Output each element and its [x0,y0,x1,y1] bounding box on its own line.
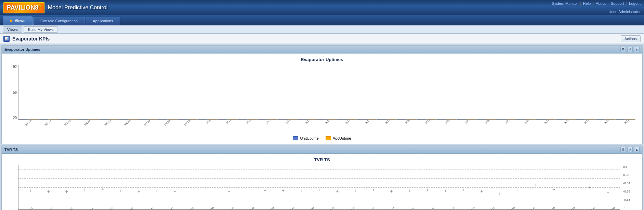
tab-views[interactable]: ▶ Views [3,16,33,25]
x-axis-label: 3/20 [399,120,422,133]
system-monitor-link[interactable]: System Monitor [552,1,578,5]
sub-tab-build-my-views[interactable]: Build My Views [24,26,58,33]
evaporator-settings-btn[interactable]: ⚙ [620,47,626,52]
legend-unit-uptime: UnitUptime [293,136,318,140]
user-info: User: Administrator [608,10,641,14]
bar-orange [88,119,98,119]
help-link[interactable]: Help [583,1,591,5]
cross-mark: + [191,187,194,192]
bar-group [38,119,58,119]
bar-orange [526,119,536,119]
cross-mark: + [264,188,266,193]
bar-orange [68,119,78,119]
evaporator-uptimes-panel: Evaporator Uptimes ⚙ ↗ ▲ Evaporator Upti… [1,45,643,144]
x-axis-label: 3/6 23:59 [121,120,143,133]
bar-blue [496,119,506,119]
bar-group [377,119,396,119]
cross-mark: + [119,188,122,193]
x-axis-label: 3/8 23:59 [161,120,184,133]
bar-blue [377,119,387,119]
page-title-bar: 📊 Evaporator KPIs Actions [0,34,644,44]
cross-mark: + [210,188,212,193]
cross-mark: + [336,189,339,194]
bar-orange [208,119,217,119]
bar-blue [39,119,48,119]
bar-orange [29,119,38,119]
main-tab-bar: ▶ Views Console Configuration Applicatio… [0,15,644,25]
bar-blue [337,119,347,119]
cross-mark: + [318,187,320,192]
bar-chart-inner [18,65,635,120]
bar-group [118,119,138,119]
bar-orange [407,119,416,119]
x-axis-label: 3/23 [459,120,482,133]
bar-group [417,119,437,119]
bar-orange [248,119,257,119]
tab-console-configuration[interactable]: Console Configuration [33,17,85,25]
bar-group [536,119,556,119]
bar-group [257,119,277,119]
bar-group [237,119,257,119]
evaporator-collapse-btn[interactable]: ▲ [634,47,640,52]
bar-blue [118,119,128,119]
tvr-collapse-btn[interactable]: ▲ [634,147,640,152]
page-icon: 📊 [3,36,10,42]
top-nav-links: System Monitor | Help | About | Support … [552,1,641,5]
tvr-expand-btn[interactable]: ↗ [627,147,633,152]
tvr-chart-container: TVR TS +++++++++++++++++++++++++++++++++… [2,154,642,210]
cross-mark: + [589,185,591,190]
tvr-settings-btn[interactable]: ⚙ [620,147,626,152]
x-axis-label: 3/14 [280,120,303,133]
cross-mark: + [444,188,447,193]
x-axis-label: 3/25 [499,120,522,133]
bar-group [337,119,357,119]
x-axis-label: 3/28 [559,120,582,133]
x-axis-label: 3/9 23:59 [180,120,203,133]
logout-link[interactable]: Logout [629,1,641,5]
bar-group [616,119,635,119]
about-link[interactable]: About [596,1,606,5]
actions-button[interactable]: Actions [621,35,641,42]
bar-group [18,119,38,119]
bar-group [496,119,516,119]
bar-orange [307,119,317,119]
x-axis-label: 3/17 [340,120,363,133]
x-axis-label: 3/21 [419,120,442,133]
sub-tab-views[interactable]: Views [3,26,22,33]
cross-mark: + [408,188,411,193]
cross-mark: + [480,189,483,194]
x-axis-label: 3/10 [200,120,223,133]
x-axis-label: 3/16 [320,120,343,133]
tvr-chart-area: +++++++++++++++++++++++++++++++++ 0.6 0.… [5,165,639,210]
cross-mark: + [228,189,230,194]
bar-blue [19,119,28,119]
bar-group [158,119,178,119]
x-axis-label: 3/18 [359,120,382,133]
bar-blue [78,119,88,119]
bar-blue [576,119,586,119]
bar-orange [427,119,436,119]
legend-apc-uptime: ApcUptime [326,136,351,140]
cross-mark: + [174,189,176,194]
bar-orange [108,119,118,119]
bar-orange [506,119,516,119]
tab-applications[interactable]: Applications [86,17,120,25]
bar-orange [486,119,496,119]
logo-area: PAVILION8® Model Predictive Control [3,2,108,13]
x-axis-label: 3/19 [379,120,402,133]
cross-mark: + [390,189,393,194]
bar-blue [477,119,486,119]
bar-blue [258,119,267,119]
bar-orange [586,119,595,119]
bar-blue [417,119,427,119]
cross-mark: + [246,191,249,196]
bar-group [98,119,118,119]
y-axis-labels: 92 56 20 [5,65,18,120]
evaporator-expand-btn[interactable]: ↗ [627,47,633,52]
bar-orange [367,119,377,119]
bar-blue [397,119,406,119]
support-link[interactable]: Support [611,1,624,5]
evaporator-uptimes-title: Evaporator Uptimes [4,47,40,51]
bar-orange [347,119,357,119]
bar-blue [198,119,207,119]
